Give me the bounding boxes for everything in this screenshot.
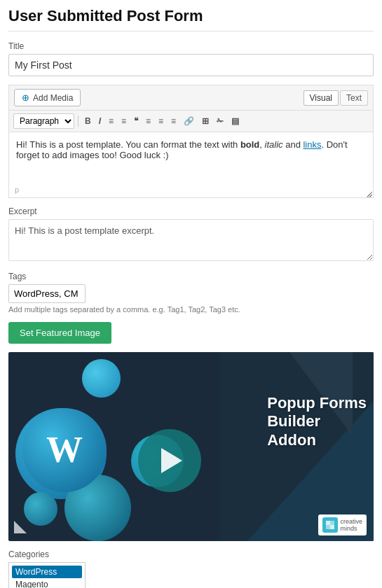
toolbar-divider-1 xyxy=(78,115,79,127)
category-list: WordPress Magento Announcement Customer … xyxy=(8,562,86,588)
tags-label: Tags xyxy=(8,272,374,281)
popup-forms-text: Popup FormsBuilderAddon xyxy=(267,394,367,449)
play-triangle-icon xyxy=(161,448,182,473)
cm-logo-text: creativeminds xyxy=(340,518,362,532)
editor-tabs: Visual Text xyxy=(303,90,368,106)
featured-image-container: W Popup FormsBuilderAddon creativeminds xyxy=(8,352,374,541)
wp-logo-text: W xyxy=(46,432,83,468)
categories-label: Categories xyxy=(8,550,374,559)
add-media-button[interactable]: ⊕ Add Media xyxy=(14,89,81,106)
tags-section: Tags Add multiple tags separated by a co… xyxy=(8,272,374,314)
svg-rect-0 xyxy=(326,521,330,525)
editor-section: ⊕ Add Media Visual Text Paragraph B I ≡ … xyxy=(8,85,374,198)
editor-toolbar: Paragraph B I ≡ ≡ ❝ ≡ ≡ ≡ 🔗 ⊞ ✁ ▤ xyxy=(8,110,374,132)
deco-circle-small-top xyxy=(82,359,121,398)
svg-rect-2 xyxy=(326,525,330,529)
blockquote-button[interactable]: ❝ xyxy=(131,115,141,127)
set-featured-image-button[interactable]: Set Featured Image xyxy=(8,322,111,344)
link-button[interactable]: 🔗 xyxy=(181,115,197,127)
svg-rect-1 xyxy=(330,521,334,525)
excerpt-label: Excerpt xyxy=(8,206,374,216)
editor-content: Hi! This is a post template. You can for… xyxy=(16,139,366,160)
visual-tab[interactable]: Visual xyxy=(303,90,339,106)
svg-rect-3 xyxy=(330,525,334,529)
align-center-button[interactable]: ≡ xyxy=(156,115,166,127)
media-icon: ⊕ xyxy=(22,92,29,103)
editor-content-area[interactable]: Hi! This is a post template. You can for… xyxy=(8,132,374,198)
page-title: User Submitted Post Form xyxy=(8,7,374,31)
categories-section: Categories WordPress Magento Announcemen… xyxy=(8,550,374,588)
title-input[interactable] xyxy=(8,54,374,76)
excerpt-section: Excerpt Hi! This is a post template exce… xyxy=(8,206,374,263)
tags-hint: Add multiple tags separated by a comma. … xyxy=(8,305,374,314)
creativeMinds-logo: creativeminds xyxy=(318,514,367,536)
resize-handle[interactable]: ◢ xyxy=(366,190,373,197)
table-button[interactable]: ⊞ xyxy=(199,115,212,127)
title-section: Title xyxy=(8,41,374,76)
bold-button[interactable]: B xyxy=(82,115,94,127)
play-button-circle[interactable] xyxy=(138,429,201,492)
svg-marker-4 xyxy=(14,521,27,533)
title-label: Title xyxy=(8,41,374,51)
excerpt-input[interactable]: Hi! This is a post template excerpt. xyxy=(8,219,374,261)
align-right-button[interactable]: ≡ xyxy=(168,115,179,127)
scissors-button[interactable]: ✁ xyxy=(214,115,226,127)
italic-button[interactable]: I xyxy=(96,115,104,127)
ordered-list-button[interactable]: ≡ xyxy=(118,115,129,127)
deco-circle-bottom-left xyxy=(24,492,57,526)
unordered-list-button[interactable]: ≡ xyxy=(106,115,116,127)
text-tab[interactable]: Text xyxy=(340,90,368,106)
cm-cube-icon xyxy=(322,517,338,533)
category-item-magento[interactable]: Magento xyxy=(12,578,82,588)
more-button[interactable]: ▤ xyxy=(228,115,242,127)
arrow-icon xyxy=(14,521,27,536)
format-select[interactable]: Paragraph xyxy=(13,113,74,129)
tags-input[interactable] xyxy=(8,284,86,303)
wp-logo-circle: W xyxy=(22,408,107,492)
add-media-label: Add Media xyxy=(33,93,73,103)
category-item-wordpress[interactable]: WordPress xyxy=(12,566,82,578)
paragraph-marker: p xyxy=(15,186,19,194)
align-left-button[interactable]: ≡ xyxy=(143,115,154,127)
